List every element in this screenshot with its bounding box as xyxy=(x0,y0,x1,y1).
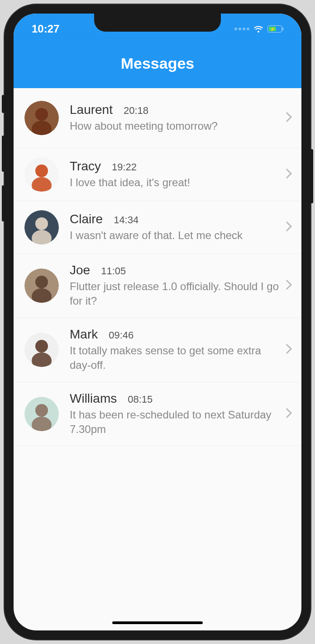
phone-device-frame: 10:27 ⚡ Messages xyxy=(5,5,310,639)
avatar xyxy=(24,210,59,244)
chevron-right-icon xyxy=(285,168,292,181)
message-row[interactable]: Claire 14:34 I wasn't aware of that. Let… xyxy=(14,201,301,254)
sender-name: Mark xyxy=(70,327,98,342)
message-content: Claire 14:34 I wasn't aware of that. Let… xyxy=(70,212,280,243)
message-time: 19:22 xyxy=(112,161,137,173)
status-time: 10:27 xyxy=(32,23,59,35)
chevron-right-icon xyxy=(285,407,292,421)
phone-notch xyxy=(94,14,221,32)
avatar xyxy=(24,157,59,192)
message-preview: I love that idea, it's great! xyxy=(70,175,280,190)
message-time: 11:05 xyxy=(101,265,126,277)
message-row[interactable]: Laurent 20:18 How about meeting tomorrow… xyxy=(14,88,301,148)
message-content: Joe 11:05 Flutter just release 1.0 offic… xyxy=(70,263,280,309)
side-button xyxy=(310,149,313,203)
svg-point-13 xyxy=(35,340,48,353)
message-time: 14:34 xyxy=(114,214,138,226)
message-time: 09:46 xyxy=(109,329,134,341)
sender-name: Laurent xyxy=(70,103,113,117)
message-content: Williams 08:15 It has been re-scheduled … xyxy=(70,391,280,437)
side-button xyxy=(2,136,5,172)
message-row[interactable]: Mark 09:46 It totally makes sense to get… xyxy=(14,318,301,382)
message-row[interactable]: Tracy 19:22 I love that idea, it's great… xyxy=(14,148,301,201)
status-icons: ⚡ xyxy=(234,24,283,34)
home-indicator[interactable] xyxy=(112,621,203,624)
message-row[interactable]: Williams 08:15 It has been re-scheduled … xyxy=(14,382,301,447)
phone-screen: 10:27 ⚡ Messages xyxy=(14,14,301,630)
chevron-right-icon xyxy=(285,343,292,357)
signal-indicator-icon xyxy=(234,28,249,30)
message-content: Mark 09:46 It totally makes sense to get… xyxy=(70,327,280,373)
chevron-right-icon xyxy=(285,111,292,125)
svg-point-16 xyxy=(35,404,48,417)
battery-charging-icon: ⚡ xyxy=(267,25,283,33)
avatar xyxy=(24,333,59,367)
avatar xyxy=(24,268,59,303)
avatar xyxy=(24,101,59,135)
message-preview: It totally makes sense to get some extra… xyxy=(70,343,280,373)
svg-point-10 xyxy=(35,276,48,288)
sender-name: Joe xyxy=(70,263,90,277)
avatar xyxy=(24,397,59,431)
sender-name: Claire xyxy=(70,212,103,226)
message-content: Laurent 20:18 How about meeting tomorrow… xyxy=(70,103,280,133)
message-time: 08:15 xyxy=(128,394,153,405)
message-preview: It has been re-scheduled to next Saturda… xyxy=(70,408,280,437)
side-button xyxy=(2,95,5,113)
message-list[interactable]: Laurent 20:18 How about meeting tomorrow… xyxy=(14,88,301,446)
svg-point-1 xyxy=(35,108,48,121)
page-title: Messages xyxy=(121,55,195,72)
svg-point-7 xyxy=(35,217,48,230)
chevron-right-icon xyxy=(285,279,292,292)
message-preview: Flutter just release 1.0 officially. Sho… xyxy=(70,279,280,309)
message-time: 20:18 xyxy=(124,105,148,117)
wifi-icon xyxy=(253,24,264,34)
message-preview: How about meeting tomorrow? xyxy=(70,119,280,133)
chevron-right-icon xyxy=(285,221,292,234)
svg-point-4 xyxy=(35,165,48,177)
app-header: Messages xyxy=(14,38,301,88)
message-preview: I wasn't aware of that. Let me check xyxy=(70,228,280,243)
message-content: Tracy 19:22 I love that idea, it's great… xyxy=(70,159,280,190)
sender-name: Williams xyxy=(70,391,117,406)
sender-name: Tracy xyxy=(70,159,101,174)
side-button xyxy=(2,185,5,221)
message-row[interactable]: Joe 11:05 Flutter just release 1.0 offic… xyxy=(14,254,301,318)
